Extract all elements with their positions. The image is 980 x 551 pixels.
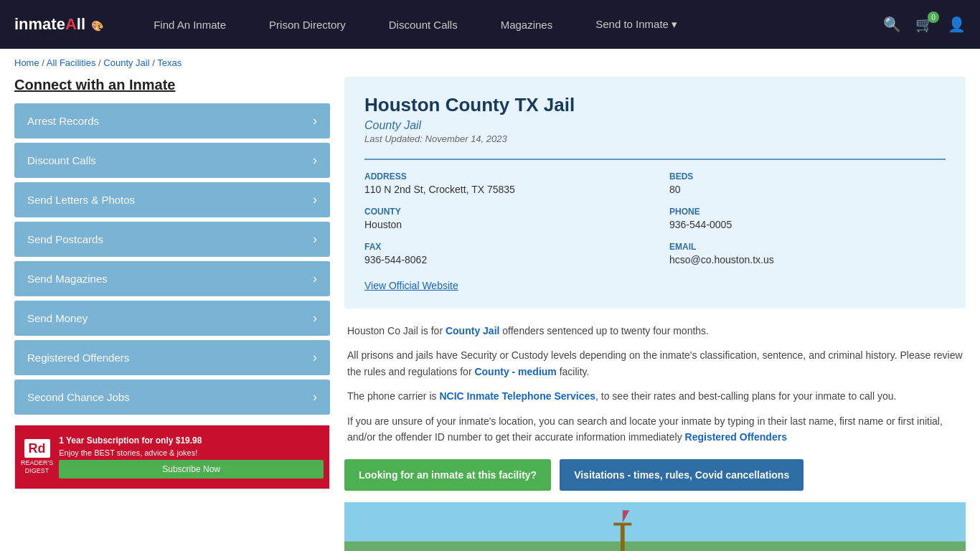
- arrow-icon-send-letters: ›: [313, 192, 317, 207]
- nav-send-to-inmate[interactable]: Send to Inmate ▾: [574, 0, 699, 49]
- ad-subscribe-button[interactable]: Subscribe Now: [59, 460, 324, 479]
- sidebar-label-second-chance-jobs: Second Chance Jobs: [27, 391, 130, 403]
- search-button[interactable]: 🔍: [883, 16, 901, 33]
- cart-badge: 0: [928, 11, 939, 23]
- county-medium-link[interactable]: County - medium: [474, 366, 556, 377]
- arrow-icon-send-money: ›: [313, 311, 317, 326]
- main-content: Houston County TX Jail County Jail Last …: [344, 77, 966, 551]
- sidebar-item-send-letters[interactable]: Send Letters & Photos ›: [14, 182, 330, 217]
- beds-value: 80: [669, 184, 946, 195]
- svg-rect-2: [621, 524, 625, 551]
- user-button[interactable]: 👤: [948, 16, 966, 33]
- looking-for-inmate-button[interactable]: Looking for an inmate at this facility?: [344, 459, 551, 491]
- sidebar-item-discount-calls[interactable]: Discount Calls ›: [14, 143, 330, 178]
- arrow-icon-send-magazines: ›: [313, 271, 317, 286]
- desc-para3-text2: , to see their rates and best-calling pl…: [595, 390, 896, 402]
- email-label: EMAIL: [669, 242, 946, 252]
- ad-line1: 1 Year Subscription for only $19.98: [59, 435, 324, 446]
- desc-para1-text2: offenders sentenced up to twenty four mo…: [499, 325, 709, 336]
- nav-discount-calls[interactable]: Discount Calls: [367, 0, 479, 49]
- facility-details: ADDRESS 110 N 2nd St, Crockett, TX 75835…: [364, 159, 946, 265]
- sidebar-item-send-money[interactable]: Send Money ›: [14, 301, 330, 336]
- sidebar-label-send-letters: Send Letters & Photos: [27, 194, 135, 206]
- desc-para1-text1: Houston Co Jail is for: [347, 325, 446, 336]
- logo-text: inmateAll 🎨: [14, 15, 103, 34]
- sidebar-label-registered-offenders: Registered Offenders: [27, 352, 129, 364]
- facility-name: Houston County TX Jail: [364, 94, 946, 116]
- fax-value: 936-544-8062: [364, 254, 641, 265]
- detail-fax: FAX 936-544-8062: [364, 242, 641, 265]
- desc-para4-text1: If you are unsure of your inmate's locat…: [347, 415, 943, 443]
- arrow-icon-discount-calls: ›: [313, 153, 317, 168]
- nav-links: Find An Inmate Prison Directory Discount…: [132, 0, 883, 49]
- arrow-icon-second-chance-jobs: ›: [313, 390, 317, 405]
- fax-label: FAX: [364, 242, 641, 252]
- action-buttons: Looking for an inmate at this facility? …: [344, 459, 966, 491]
- nav-icons: 🔍 🛒 0 👤: [883, 16, 966, 33]
- main-layout: Connect with an Inmate Arrest Records › …: [0, 77, 980, 551]
- svg-rect-3: [613, 523, 631, 526]
- nav-find-an-inmate[interactable]: Find An Inmate: [132, 0, 248, 49]
- desc-para3-text1: The phone carrier is: [347, 390, 439, 402]
- description: Houston Co Jail is for County Jail offen…: [344, 323, 966, 445]
- sidebar: Connect with an Inmate Arrest Records › …: [14, 77, 330, 551]
- facility-card: Houston County TX Jail County Jail Last …: [344, 77, 966, 309]
- breadcrumb-home[interactable]: Home: [14, 57, 39, 68]
- detail-beds: BEDS 80: [669, 171, 946, 195]
- sidebar-label-send-magazines: Send Magazines: [27, 273, 108, 285]
- site-logo[interactable]: inmateAll 🎨: [14, 15, 103, 34]
- arrow-icon-registered-offenders: ›: [313, 350, 317, 365]
- sidebar-item-arrest-records[interactable]: Arrest Records ›: [14, 103, 330, 138]
- sidebar-item-send-magazines[interactable]: Send Magazines ›: [14, 261, 330, 296]
- phone-label: PHONE: [669, 207, 946, 217]
- nav-prison-directory[interactable]: Prison Directory: [248, 0, 367, 49]
- sidebar-ad: Rd READER'SDIGEST 1 Year Subscription fo…: [14, 425, 330, 489]
- email-value: hcso@co.houston.tx.us: [669, 254, 946, 265]
- svg-rect-1: [344, 542, 966, 551]
- breadcrumb-county-jail[interactable]: County Jail: [103, 57, 149, 68]
- sidebar-title: Connect with an Inmate: [14, 77, 330, 93]
- detail-county: COUNTY Houston: [364, 207, 641, 230]
- facility-website: View Official Website: [364, 280, 946, 291]
- cart-button[interactable]: 🛒 0: [915, 16, 933, 33]
- breadcrumb: Home / All Facilities / County Jail / Te…: [0, 49, 980, 77]
- sidebar-label-discount-calls: Discount Calls: [27, 154, 96, 166]
- visitations-button[interactable]: Visitations - times, rules, Covid cancel…: [560, 459, 804, 491]
- address-value: 110 N 2nd St, Crockett, TX 75835: [364, 184, 641, 195]
- desc-para2-text1: All prisons and jails have Security or C…: [347, 349, 963, 377]
- detail-address: ADDRESS 110 N 2nd St, Crockett, TX 75835: [364, 171, 641, 195]
- desc-para1: Houston Co Jail is for County Jail offen…: [347, 323, 963, 339]
- sidebar-item-registered-offenders[interactable]: Registered Offenders ›: [14, 340, 330, 375]
- ncic-link[interactable]: NCIC Inmate Telephone Services: [439, 390, 595, 402]
- desc-para2-text2: facility.: [557, 366, 590, 377]
- arrow-icon-send-postcards: ›: [313, 232, 317, 247]
- sidebar-label-send-postcards: Send Postcards: [27, 233, 103, 245]
- address-label: ADDRESS: [364, 171, 641, 182]
- arrow-icon-arrest-records: ›: [313, 113, 317, 128]
- facility-updated: Last Updated: November 14, 2023: [364, 133, 946, 144]
- phone-value: 936-544-0005: [669, 219, 946, 230]
- registered-offenders-link[interactable]: Registered Offenders: [685, 431, 787, 443]
- detail-phone: PHONE 936-544-0005: [669, 207, 946, 230]
- detail-email: EMAIL hcso@co.houston.tx.us: [669, 242, 946, 265]
- county-value: Houston: [364, 219, 641, 230]
- desc-para2: All prisons and jails have Security or C…: [347, 347, 963, 380]
- breadcrumb-texas[interactable]: Texas: [157, 57, 182, 68]
- sidebar-label-send-money: Send Money: [27, 312, 88, 324]
- sidebar-label-arrest-records: Arrest Records: [27, 115, 99, 127]
- beds-label: BEDS: [669, 171, 946, 182]
- sidebar-item-send-postcards[interactable]: Send Postcards ›: [14, 222, 330, 257]
- ad-line2: Enjoy the BEST stories, advice & jokes!: [59, 448, 324, 457]
- desc-para4: If you are unsure of your inmate's locat…: [347, 413, 963, 446]
- facility-type: County Jail: [364, 119, 946, 132]
- nav-magazines[interactable]: Magazines: [479, 0, 575, 49]
- sidebar-item-second-chance-jobs[interactable]: Second Chance Jobs ›: [14, 380, 330, 415]
- county-jail-link[interactable]: County Jail: [446, 325, 499, 336]
- desc-para3: The phone carrier is NCIC Inmate Telepho…: [347, 388, 963, 404]
- breadcrumb-all-facilities[interactable]: All Facilities: [47, 57, 96, 68]
- ad-inner: Rd READER'SDIGEST 1 Year Subscription fo…: [15, 425, 329, 489]
- website-link[interactable]: View Official Website: [364, 280, 458, 291]
- county-label: COUNTY: [364, 207, 641, 217]
- facility-image: [344, 502, 966, 551]
